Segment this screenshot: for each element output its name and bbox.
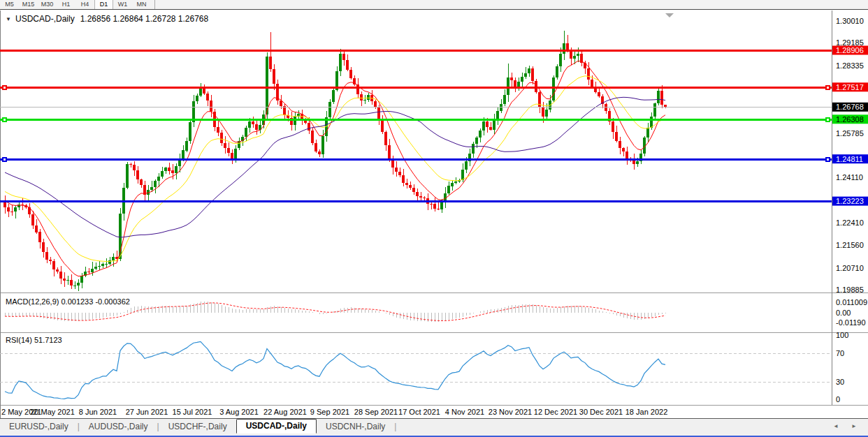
tf-button-w1[interactable]: W1 (113, 0, 132, 9)
tab-usdchf-daily[interactable]: USDCHF-,Daily (159, 420, 236, 434)
price-tick-label: 1.25785 (836, 129, 864, 138)
chart-title-symbol: USDCAD-,Daily (15, 14, 75, 24)
price-tick-label: 1.24110 (836, 173, 863, 182)
tf-button-d1[interactable]: D1 (94, 0, 113, 9)
svg-text:1.26768: 1.26768 (836, 103, 864, 111)
price-tick-label: 1.19885 (836, 286, 864, 294)
tab-scroll-arrows[interactable]: ◄ ► (833, 423, 862, 434)
tf-button-h4[interactable]: H4 (75, 0, 94, 9)
trading-app-window: M5M15M30H1H4D1W1MN 1.300101.291851.28335… (0, 0, 868, 437)
price-badge-level: 1.27517 (832, 82, 868, 91)
price-chart-canvas[interactable]: 1.300101.291851.283351.257851.241101.224… (0, 0, 868, 418)
candle (653, 103, 656, 119)
date-tick-label: 15 Jul 2021 (173, 408, 212, 416)
toolbar-separator (154, 0, 155, 9)
rsi-axis-70: 70 (836, 349, 844, 357)
candle (332, 88, 335, 104)
svg-text:1.27517: 1.27517 (836, 83, 864, 91)
date-tick-label: 4 Nov 2021 (445, 408, 484, 416)
symbol-tab-bar: EURUSD-,Daily|AUDUSD-,Daily|USDCHF-,Dail… (0, 418, 868, 434)
price-tick-label: 1.30010 (836, 17, 864, 25)
tab-usdcad-daily[interactable]: USDCAD-,Daily (236, 419, 317, 434)
svg-text:1.23223: 1.23223 (836, 197, 864, 205)
candle (657, 89, 660, 105)
date-axis: 2 May 202120 May 20218 Jun 202127 Jun 20… (1, 408, 667, 416)
date-tick-label: 30 Dec 2021 (579, 408, 623, 416)
price-tick-label: 1.21560 (836, 241, 864, 249)
price-tick-label: 1.28335 (836, 61, 864, 70)
date-tick-label: 23 Nov 2021 (489, 408, 532, 416)
chart-title: USDCAD-,Daily1.26856 1.26864 1.26728 1.2… (15, 14, 209, 24)
price-badge-level: 1.26308 (832, 114, 868, 124)
tf-button-m5[interactable]: M5 (0, 0, 19, 9)
macd-axis-low: -0.01190 (836, 318, 866, 327)
date-tick-label: 20 May 2021 (30, 408, 75, 416)
chart-title-quote: 1.26856 1.26864 1.26728 1.26768 (80, 14, 209, 24)
date-tick-label: 8 Jun 2021 (79, 408, 117, 416)
symbol-dropdown-icon[interactable]: ▼ (6, 16, 11, 22)
date-tick-label: 28 Sep 2021 (354, 408, 398, 416)
tab-eurusd-daily[interactable]: EURUSD-,Daily (0, 420, 78, 434)
date-tick-label: 9 Sep 2021 (310, 408, 349, 416)
date-tick-label: 17 Oct 2021 (398, 408, 440, 416)
tab-usdcnh-daily[interactable]: USDCNH-,Daily (317, 420, 394, 434)
date-tick-label: 27 Jun 2021 (126, 408, 168, 416)
candle (126, 162, 129, 189)
date-tick-label: 18 Jan 2022 (625, 408, 668, 416)
macd-axis-zero: 0.00 (836, 309, 851, 317)
window-bottom-edge (0, 434, 868, 437)
candle (189, 120, 191, 144)
price-badge-level: 1.24811 (832, 154, 868, 163)
price-badge-current: 1.26768 (832, 103, 868, 112)
price-badge-level: 1.28906 (832, 46, 868, 55)
tf-button-h1[interactable]: H1 (57, 0, 75, 9)
chart-background (0, 10, 868, 418)
date-tick-label: 22 Aug 2021 (263, 408, 307, 416)
svg-text:1.24811: 1.24811 (836, 155, 863, 163)
price-tick-label: 1.20710 (836, 264, 864, 272)
tab-separator: | (394, 422, 396, 434)
date-tick-label: 3 Aug 2021 (219, 408, 259, 416)
macd-label: MACD(12,26,9) 0.001233 -0.000362 (6, 297, 130, 306)
tab-audusd-daily[interactable]: AUDUSD-,Daily (80, 420, 157, 434)
rsi-axis-100: 100 (836, 331, 848, 339)
svg-text:1.28906: 1.28906 (836, 46, 864, 54)
price-tick-label: 1.22410 (836, 218, 864, 227)
tf-button-m15[interactable]: M15 (19, 0, 38, 9)
rsi-label: RSI(14) 51.7123 (6, 336, 62, 344)
price-badge-level: 1.23223 (832, 197, 868, 206)
timeframe-toolbar: M5M15M30H1H4D1W1MN (0, 0, 868, 10)
rsi-axis-0: 0 (836, 395, 840, 403)
svg-text:1.26308: 1.26308 (836, 115, 864, 124)
tf-button-m30[interactable]: M30 (38, 0, 57, 9)
date-tick-label: 12 Dec 2021 (534, 408, 577, 416)
rsi-axis-30: 30 (836, 378, 844, 386)
tf-button-mn[interactable]: MN (132, 0, 151, 9)
macd-axis-high: 0.011009 (836, 298, 867, 306)
